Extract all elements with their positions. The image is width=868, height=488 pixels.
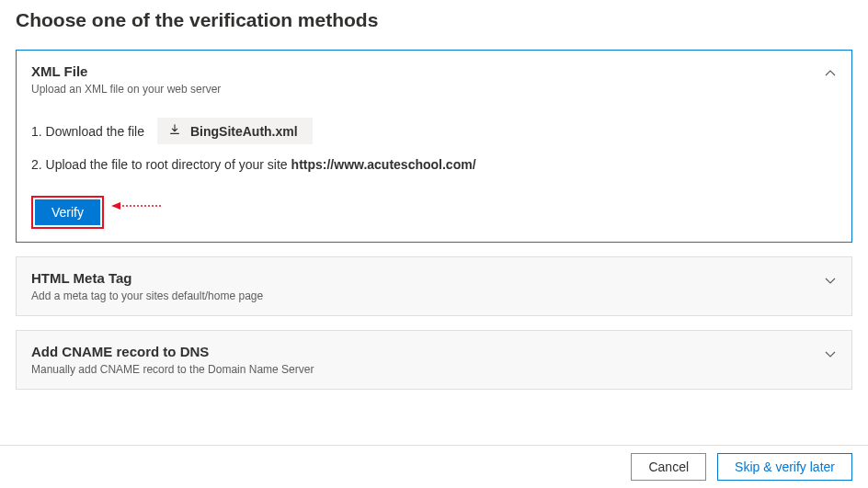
method-title-xml: XML File: [31, 63, 824, 79]
method-title-cname: Add CNAME record to DNS: [31, 344, 824, 359]
step-upload-url: https://www.acuteschool.com/: [291, 157, 476, 172]
method-header-xml[interactable]: XML File Upload an XML file on your web …: [31, 63, 837, 96]
method-panel-xml: XML File Upload an XML file on your web …: [16, 50, 852, 243]
footer: Cancel Skip & verify later: [0, 445, 868, 488]
method-header-cname[interactable]: Add CNAME record to DNS Manually add CNA…: [31, 344, 837, 376]
chevron-up-icon: [824, 67, 837, 83]
verify-button[interactable]: Verify: [35, 199, 100, 225]
download-icon: [168, 123, 190, 139]
verify-highlight: Verify: [31, 196, 104, 229]
chevron-down-icon: [824, 347, 837, 363]
method-header-text-xml: XML File Upload an XML file on your web …: [31, 63, 824, 96]
method-body-xml: 1. Download the file BingSiteAuth.xml 2.…: [31, 118, 837, 229]
method-subtitle-xml: Upload an XML file on your web server: [31, 83, 824, 96]
method-subtitle-cname: Manually add CNAME record to the Domain …: [31, 363, 824, 376]
download-file-button[interactable]: BingSiteAuth.xml: [157, 118, 313, 144]
skip-verify-later-button[interactable]: Skip & verify later: [717, 453, 852, 481]
download-file-name: BingSiteAuth.xml: [190, 124, 298, 139]
step-download-label: 1. Download the file: [31, 124, 144, 139]
page-title: Choose one of the verification methods: [16, 9, 852, 31]
method-header-text-meta: HTML Meta Tag Add a meta tag to your sit…: [31, 270, 824, 302]
method-title-meta: HTML Meta Tag: [31, 270, 824, 286]
method-header-meta[interactable]: HTML Meta Tag Add a meta tag to your sit…: [31, 270, 837, 302]
step-upload-label: 2. Upload the file to root directory of …: [31, 157, 288, 172]
method-panel-cname: Add CNAME record to DNS Manually add CNA…: [16, 330, 852, 390]
step-upload: 2. Upload the file to root directory of …: [31, 157, 837, 172]
method-panel-meta: HTML Meta Tag Add a meta tag to your sit…: [16, 256, 852, 316]
step-download: 1. Download the file BingSiteAuth.xml: [31, 118, 837, 144]
cancel-button[interactable]: Cancel: [631, 453, 706, 481]
annotation-arrow-icon: [111, 199, 162, 215]
chevron-down-icon: [824, 274, 837, 289]
svg-marker-1: [111, 202, 120, 210]
method-header-text-cname: Add CNAME record to DNS Manually add CNA…: [31, 344, 824, 376]
method-subtitle-meta: Add a meta tag to your sites default/hom…: [31, 289, 824, 302]
